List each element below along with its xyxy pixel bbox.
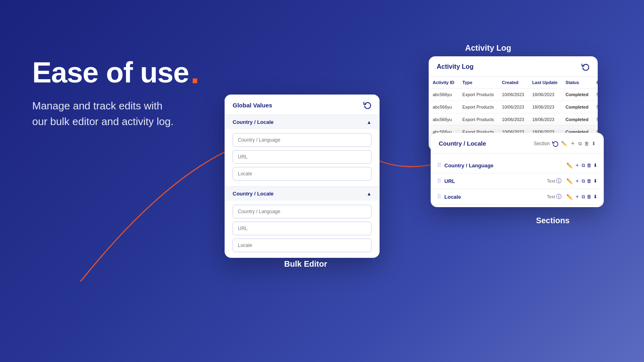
section-title-1: Country / Locale xyxy=(233,119,274,125)
sections-title: Country / Locale xyxy=(439,140,486,147)
table-row: abc566yu Export Products 10/06/2023 18/0… xyxy=(429,88,598,101)
section-delete-icon[interactable]: 🗑 xyxy=(584,141,589,146)
row-label: URL xyxy=(444,178,544,184)
cell-created: 10/06/2023 xyxy=(498,88,528,101)
activity-log-title: Activity Log xyxy=(437,63,474,70)
sections-label: Sections xyxy=(536,216,570,225)
section-title-2: Country / Locale xyxy=(233,191,274,197)
sections-rows: ⠿ Country / Language ✏️ ＋ ⧉ 🗑 ⬇ ⠿ URL Te… xyxy=(431,154,604,207)
bulk-editor-header: Global Values xyxy=(225,95,380,115)
row-actions: ✏️ ＋ ⧉ 🗑 ⬇ xyxy=(566,162,597,169)
col-activity-id: Activity ID xyxy=(429,77,458,88)
hero-section: Ease of use. Manage and track edits with… xyxy=(32,56,199,130)
bulk-editor-section-2: Country / Locale ▲ xyxy=(225,186,380,258)
copy-icon[interactable]: ⧉ xyxy=(582,162,585,168)
download-icon[interactable]: ⬇ xyxy=(593,194,597,200)
copy-icon[interactable]: ⧉ xyxy=(582,194,585,200)
col-items: Items xyxy=(592,77,598,88)
drag-handle[interactable]: ⠿ xyxy=(437,193,441,200)
sections-header: Country / Locale Section ✏️ ＋ ⧉ 🗑 ⬇ xyxy=(431,133,604,154)
cell-status: Completed xyxy=(561,88,592,101)
section-row: ⠿ Country / Language ✏️ ＋ ⧉ 🗑 ⬇ xyxy=(431,158,604,173)
hero-title-text: Ease of use xyxy=(32,57,189,88)
field-locale-2[interactable] xyxy=(233,239,372,252)
row-actions: ✏️ ＋ ⧉ 🗑 ⬇ xyxy=(566,193,597,200)
cell-items: 55 xyxy=(592,113,598,126)
delete-icon[interactable]: 🗑 xyxy=(587,194,592,200)
cell-created: 10/06/2023 xyxy=(498,101,528,113)
row-label: Country / Language xyxy=(444,162,563,169)
col-created: Created xyxy=(498,77,528,88)
section-copy-icon[interactable]: ⧉ xyxy=(578,141,582,146)
section-refresh-icon[interactable] xyxy=(552,140,559,147)
activity-log-label: Activity Log xyxy=(465,43,511,53)
add-icon[interactable]: ＋ xyxy=(574,162,580,169)
row-tag: Text ⓘ xyxy=(547,193,561,200)
hero-subtitle: Manage and track edits with our bulk edi… xyxy=(32,98,199,130)
activity-log-header: Activity Log xyxy=(429,56,598,77)
section-label-text: Section xyxy=(534,141,550,146)
field-country-language-1[interactable] xyxy=(233,133,372,147)
field-list-1 xyxy=(225,129,380,186)
sections-panel: Country / Locale Section ✏️ ＋ ⧉ 🗑 ⬇ ⠿ Co… xyxy=(431,133,604,207)
col-last-update: Last Update xyxy=(528,77,561,88)
edit-icon[interactable]: ✏️ xyxy=(566,194,573,200)
delete-icon[interactable]: 🗑 xyxy=(587,178,592,184)
section-arrow-2[interactable]: ▲ xyxy=(367,191,372,197)
cell-last-update: 18/06/2023 xyxy=(528,113,561,126)
cell-status: Completed xyxy=(561,101,592,113)
cell-id: abc566yu xyxy=(429,113,458,126)
section-row: ⠿ URL Text ⓘ ✏️ ＋ ⧉ 🗑 ⬇ xyxy=(431,173,604,189)
cell-type: Export Products xyxy=(458,113,498,126)
edit-icon[interactable]: ✏️ xyxy=(566,178,573,184)
bulk-editor-section-1: Country / Locale ▲ xyxy=(225,115,380,186)
col-status: Status xyxy=(561,77,592,88)
field-country-language-2[interactable] xyxy=(233,205,372,218)
field-list-2 xyxy=(225,201,380,258)
hero-title: Ease of use. xyxy=(32,56,199,88)
section-header-2: Country / Locale ▲ xyxy=(225,187,380,201)
add-icon[interactable]: ＋ xyxy=(574,193,580,200)
field-url-1[interactable] xyxy=(233,150,372,164)
hero-dot: . xyxy=(190,56,199,88)
download-icon[interactable]: ⬇ xyxy=(593,162,597,168)
copy-icon[interactable]: ⧉ xyxy=(582,178,585,184)
table-row: abc566yu Export Products 10/06/2023 18/0… xyxy=(429,113,598,126)
row-tag: Text ⓘ xyxy=(547,177,561,185)
bulk-editor-panel: Global Values Country / Locale ▲ Country… xyxy=(225,95,380,258)
cell-items: 55 xyxy=(592,101,598,113)
cell-status: Completed xyxy=(561,113,592,126)
row-actions: ✏️ ＋ ⧉ 🗑 ⬇ xyxy=(566,177,597,185)
activity-refresh-icon[interactable] xyxy=(582,63,590,71)
cell-type: Export Products xyxy=(458,88,498,101)
col-type: Type xyxy=(458,77,498,88)
section-add-icon[interactable]: ＋ xyxy=(570,139,576,148)
bulk-editor-label: Bulk Editor xyxy=(284,259,327,269)
section-edit-icon[interactable]: ✏️ xyxy=(561,141,567,146)
edit-icon[interactable]: ✏️ xyxy=(566,162,573,169)
drag-handle[interactable]: ⠿ xyxy=(437,178,441,184)
drag-handle[interactable]: ⠿ xyxy=(437,162,441,169)
field-locale-1[interactable] xyxy=(233,167,372,181)
section-arrow-1[interactable]: ▲ xyxy=(367,119,372,125)
section-download-icon[interactable]: ⬇ xyxy=(592,141,596,146)
cell-id: abc566yu xyxy=(429,101,458,113)
cell-created: 10/06/2023 xyxy=(498,113,528,126)
delete-icon[interactable]: 🗑 xyxy=(587,162,592,168)
table-row: abc566yu Export Products 10/06/2023 18/0… xyxy=(429,101,598,113)
bulk-editor-title: Global Values xyxy=(233,102,272,109)
cell-id: abc566yu xyxy=(429,88,458,101)
cell-type: Export Products xyxy=(458,101,498,113)
cell-last-update: 18/06/2023 xyxy=(528,101,561,113)
cell-items: 55 xyxy=(592,88,598,101)
download-icon[interactable]: ⬇ xyxy=(593,178,597,184)
sections-header-actions: Section ✏️ ＋ ⧉ 🗑 ⬇ xyxy=(534,139,596,148)
field-url-2[interactable] xyxy=(233,222,372,235)
cell-last-update: 18/06/2023 xyxy=(528,88,561,101)
section-row: ⠿ Locale Text ⓘ ✏️ ＋ ⧉ 🗑 ⬇ xyxy=(431,189,604,205)
row-label: Locale xyxy=(444,194,544,200)
add-icon[interactable]: ＋ xyxy=(574,177,580,185)
refresh-icon[interactable] xyxy=(363,101,372,109)
section-header-1: Country / Locale ▲ xyxy=(225,115,380,129)
